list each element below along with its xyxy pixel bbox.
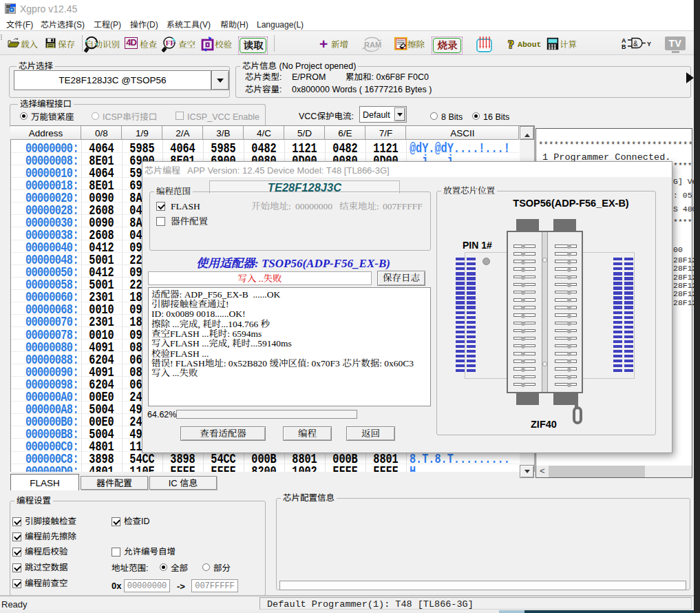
svg-text:&: &	[633, 40, 638, 48]
svg-text:Y: Y	[647, 41, 651, 48]
svg-text:RAM: RAM	[364, 41, 381, 49]
svg-text:FF: FF	[166, 39, 176, 47]
svg-text:B: B	[622, 43, 626, 50]
